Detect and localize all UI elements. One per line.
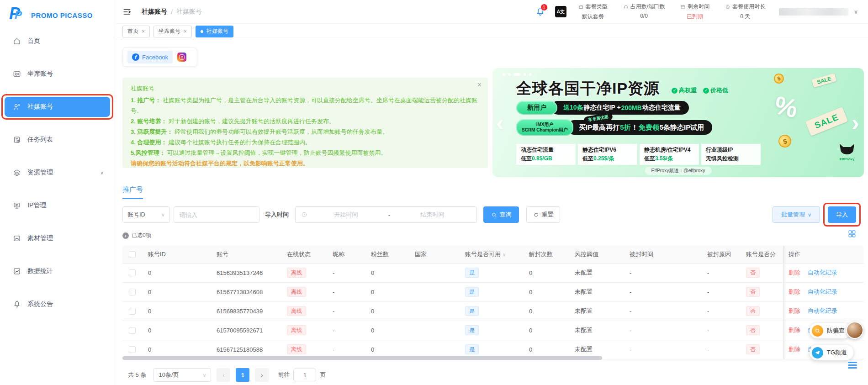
carousel-dot[interactable] <box>508 73 511 76</box>
notification-bell[interactable]: 1 <box>535 7 545 16</box>
cell-unban-count: 0 <box>524 282 569 301</box>
goto-page-input[interactable] <box>293 369 316 381</box>
notice-line: 1. 推广号： 社媒账号类型为推广号，是主管在后台导入的账号资源，可以直接分配给… <box>131 95 480 116</box>
user-account-redacted[interactable] <box>779 8 848 16</box>
check-icon: ✓ <box>703 88 709 94</box>
scrollbar-thumb[interactable] <box>122 356 602 360</box>
current-page[interactable]: 1 <box>236 368 249 382</box>
menu-collapse-icon[interactable] <box>122 7 132 16</box>
tab-chip-home[interactable]: 首页 × <box>122 26 150 37</box>
column-settings-icon[interactable] <box>848 230 856 238</box>
automation-log-link[interactable]: 自动化记录 <box>808 307 837 314</box>
cell-ban-reason: - <box>702 321 741 340</box>
row-checkbox[interactable] <box>129 289 136 295</box>
delete-link[interactable]: 删除 <box>789 346 800 353</box>
row-checkbox[interactable] <box>129 327 136 334</box>
automation-log-link[interactable]: 自动化记录 <box>808 288 837 295</box>
carousel-dot[interactable] <box>529 73 532 76</box>
platform-switch-card: f Facebook <box>122 47 197 67</box>
chevron-down-icon[interactable]: ∨ <box>100 170 104 176</box>
platform-tab-instagram instagram-icon[interactable] <box>177 53 186 62</box>
start-time-placeholder[interactable]: 开始时间 <box>307 211 385 219</box>
support-avatar[interactable] <box>846 322 863 339</box>
search-button[interactable]: 查询 <box>483 206 519 223</box>
cell-ban-reason: - <box>702 301 741 321</box>
reset-button[interactable]: 重置 <box>526 206 560 223</box>
table-row: 0 61567713834608 离线 - 0 是 0 未配置 - - 否 删除… <box>122 282 863 301</box>
automation-log-link[interactable]: 自动化记录 <box>808 269 837 276</box>
cell-country <box>409 321 460 340</box>
assigned-badge: 否 <box>746 268 760 278</box>
sidebar-item-resources[interactable]: 资源管理 ∨ <box>5 163 110 183</box>
plan-stats: 套餐类型 默认套餐 占用数/端口数 0/0 剩余时间 已到期 套餐使用时长 0 … <box>578 3 765 21</box>
brand-name: PROMO PICASSO <box>31 11 93 19</box>
sidebar-item-announcements[interactable]: 系统公告 <box>5 294 110 314</box>
carousel-next-icon[interactable]: › <box>852 111 859 135</box>
import-button[interactable]: 导入 <box>828 206 856 223</box>
row-checkbox[interactable] <box>129 346 136 353</box>
cell-unban-count: 0 <box>524 321 569 340</box>
date-range-picker[interactable]: 开始时间 - 结束时间 <box>295 206 477 223</box>
notice-warning: 请确保您的账号活动符合社媒平台的规定，以免影响账号正常使用。 <box>131 158 480 169</box>
assigned-badge: 否 <box>746 287 760 297</box>
end-time-placeholder[interactable]: 结束时间 <box>394 211 471 219</box>
next-page-button[interactable]: › <box>255 368 269 382</box>
delete-link[interactable]: 删除 <box>789 307 800 314</box>
home-icon <box>13 37 21 45</box>
carousel-dot[interactable] <box>503 73 505 76</box>
sidebar-item-task-list[interactable]: 任务列表 <box>5 130 110 150</box>
select-all-checkbox[interactable] <box>129 251 136 258</box>
breadcrumb-section[interactable]: 社媒账号 <box>142 8 167 16</box>
delete-link[interactable]: 删除 <box>789 327 800 333</box>
col-risk-threshold: 风控阈值 <box>569 246 624 263</box>
sidebar-item-home[interactable]: 首页 <box>5 31 110 51</box>
search-icon <box>491 212 497 218</box>
chevron-down-icon[interactable]: ∨ <box>854 9 858 15</box>
col-account-id: 账号ID <box>143 246 211 263</box>
sidebar-item-ip-management[interactable]: IP IP管理 <box>5 195 110 216</box>
product-card: 行业顶级IP 无惧风控检测 <box>701 144 761 165</box>
status-badge: 离线 <box>287 325 306 335</box>
prev-page-button[interactable]: ‹ <box>217 368 230 382</box>
close-icon[interactable]: × <box>142 28 145 35</box>
anti-fraud-widget[interactable]: 防骗查 <box>810 323 851 338</box>
sidebar-item-label: 首页 <box>27 37 40 45</box>
carousel-dot-active[interactable] <box>513 73 521 76</box>
sidebar-item-media-management[interactable]: 素材管理 <box>5 228 110 248</box>
tg-channel-widget[interactable]: TG频道 <box>810 345 853 360</box>
banner-offer-1: 新用户 送10条静态住宅IP + 200MB动态住宅流量 <box>516 101 689 115</box>
promo-banner[interactable]: 全球各国干净IP资源 ✓高权重 ✓价格低 新用户 送10条静态住宅IP + 20… <box>492 68 864 177</box>
close-icon[interactable]: × <box>477 81 482 89</box>
tab-chip-social-accounts[interactable]: 社媒账号 <box>196 26 233 37</box>
language-switch-icon[interactable]: A文 <box>555 6 566 17</box>
batch-manage-button[interactable]: 批量管理 ∨ <box>773 206 820 223</box>
package-icon <box>578 4 584 10</box>
tab-chip-seat-accounts[interactable]: 坐席账号 × <box>153 26 192 37</box>
cell-risk-threshold: 未配置 <box>569 321 624 340</box>
carousel-dot[interactable] <box>524 73 526 76</box>
platform-tab-facebook[interactable]: f Facebook <box>127 51 173 63</box>
carousel-prev-icon[interactable]: ‹ <box>496 111 504 135</box>
usable-badge: 是 <box>465 306 479 316</box>
close-icon[interactable]: × <box>184 28 187 35</box>
quick-menu-icon[interactable] <box>848 362 857 370</box>
row-checkbox[interactable] <box>129 308 136 315</box>
page-size-select[interactable]: 10条/页 ∨ <box>153 368 211 382</box>
filter-caret-icon[interactable]: ∨ <box>503 252 506 257</box>
cell-fans: 0 <box>365 321 409 340</box>
delete-link[interactable]: 删除 <box>789 288 800 295</box>
tab-promotion-accounts[interactable]: 推广号 <box>122 185 143 199</box>
sidebar-item-seat-accounts[interactable]: 坐席账号 <box>5 64 110 84</box>
cell-country <box>409 301 460 321</box>
cell-unban-count: 0 <box>524 263 569 282</box>
open-tabs-bar: 首页 × 坐席账号 × 社媒账号 <box>115 24 868 39</box>
sidebar-item-statistics[interactable]: 数据统计 <box>5 261 110 281</box>
sale-tag-decor: SALE <box>812 73 837 88</box>
sidebar-item-social-accounts[interactable]: 社媒账号 <box>5 97 110 117</box>
filter-field-select[interactable]: 账号ID ∨ <box>122 206 170 223</box>
filter-keyword-input[interactable] <box>180 211 254 218</box>
row-checkbox[interactable] <box>129 269 136 276</box>
delete-link[interactable]: 删除 <box>789 269 800 276</box>
svg-text:IP: IP <box>16 204 18 206</box>
table-row: 0 61570095592671 离线 - 0 是 0 未配置 - - 否 删除… <box>122 321 863 340</box>
